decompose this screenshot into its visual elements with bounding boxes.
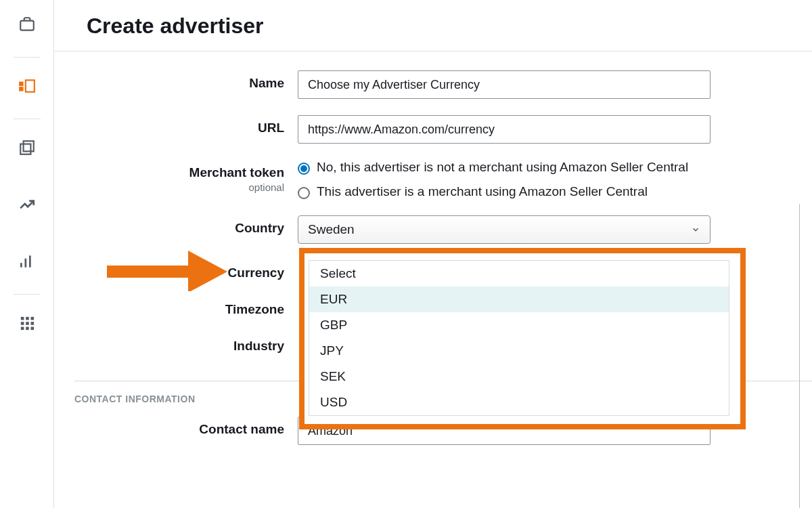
- form-row-name: Name: [54, 70, 812, 99]
- sidebar-divider: [14, 57, 41, 58]
- svg-rect-13: [26, 327, 29, 331]
- svg-rect-0: [20, 21, 34, 30]
- svg-rect-8: [30, 317, 34, 320]
- sidebar-item-briefcase[interactable]: [15, 12, 39, 37]
- create-advertiser-form: Name URL Merchant token optional: [54, 51, 812, 445]
- svg-rect-12: [20, 327, 24, 331]
- svg-marker-16: [188, 251, 227, 291]
- url-input[interactable]: [298, 115, 710, 144]
- svg-rect-10: [26, 322, 29, 325]
- svg-rect-9: [20, 322, 24, 325]
- name-input[interactable]: [298, 70, 710, 99]
- sidebar-divider: [14, 119, 41, 119]
- radio-label: This advertiser is a merchant using Amaz…: [317, 184, 648, 199]
- form-row-url: URL: [54, 115, 812, 144]
- industry-label: Industry: [233, 339, 284, 353]
- svg-rect-1: [25, 80, 34, 91]
- svg-rect-6: [20, 317, 24, 320]
- country-label: Country: [235, 221, 284, 235]
- contact-name-label: Contact name: [199, 422, 284, 436]
- currency-option-usd[interactable]: USD: [309, 389, 729, 415]
- currency-label: Currency: [228, 266, 284, 280]
- page-title: Create advertiser: [54, 0, 812, 51]
- svg-rect-14: [30, 327, 34, 331]
- sidebar-divider: [14, 294, 41, 295]
- timezone-label: Timezone: [225, 302, 284, 316]
- country-value: Sweden: [308, 222, 355, 237]
- svg-rect-2: [20, 83, 22, 85]
- currency-option-gbp[interactable]: GBP: [309, 312, 729, 338]
- svg-rect-15: [107, 266, 195, 278]
- merchant-token-optional: optional: [54, 182, 284, 193]
- svg-rect-11: [30, 322, 34, 325]
- sidebar-item-bars[interactable]: [15, 249, 39, 274]
- sidebar-item-layers[interactable]: [15, 135, 39, 160]
- trend-icon: [18, 196, 36, 213]
- currency-option-sek[interactable]: SEK: [309, 364, 729, 389]
- sidebar: [0, 0, 54, 508]
- merchant-token-option-no[interactable]: No, this advertiser is not a merchant us…: [298, 160, 710, 175]
- bars-icon: [18, 253, 36, 270]
- country-select[interactable]: Sweden: [298, 215, 710, 244]
- svg-rect-4: [23, 141, 33, 151]
- merchant-token-label: Merchant token: [189, 165, 284, 179]
- form-row-merchant-token: Merchant token optional No, this adverti…: [54, 160, 812, 199]
- sidebar-item-trend[interactable]: [15, 192, 39, 217]
- radio-icon: [298, 163, 310, 175]
- main-content: Create advertiser Name URL Merchant toke…: [54, 0, 812, 508]
- briefcase-icon: [18, 16, 36, 33]
- svg-rect-3: [20, 87, 22, 90]
- chevron-down-icon: [691, 225, 700, 234]
- url-label: URL: [258, 121, 284, 135]
- currency-option-eur[interactable]: EUR: [309, 287, 729, 312]
- svg-rect-7: [26, 317, 29, 320]
- form-row-country: Country Sweden: [54, 215, 812, 244]
- arrow-annotation: [107, 251, 229, 294]
- merchant-token-radio-group: No, this advertiser is not a merchant us…: [298, 160, 710, 199]
- vertical-separator: [799, 204, 800, 508]
- currency-dropdown-highlight: Select EUR GBP JPY SEK USD: [299, 248, 746, 429]
- sidebar-item-layout[interactable]: [15, 74, 39, 98]
- sidebar-item-grid[interactable]: [15, 311, 39, 335]
- merchant-token-option-yes[interactable]: This advertiser is a merchant using Amaz…: [298, 184, 710, 199]
- grid-icon: [20, 316, 35, 331]
- layers-icon: [18, 139, 36, 156]
- currency-option-jpy[interactable]: JPY: [309, 338, 729, 364]
- currency-dropdown[interactable]: Select EUR GBP JPY SEK USD: [309, 260, 729, 416]
- layout-icon: [18, 77, 36, 95]
- radio-icon: [298, 187, 310, 199]
- radio-label: No, this advertiser is not a merchant us…: [317, 160, 688, 175]
- svg-rect-5: [20, 144, 30, 154]
- currency-option-select[interactable]: Select: [309, 261, 729, 287]
- name-label: Name: [249, 76, 284, 90]
